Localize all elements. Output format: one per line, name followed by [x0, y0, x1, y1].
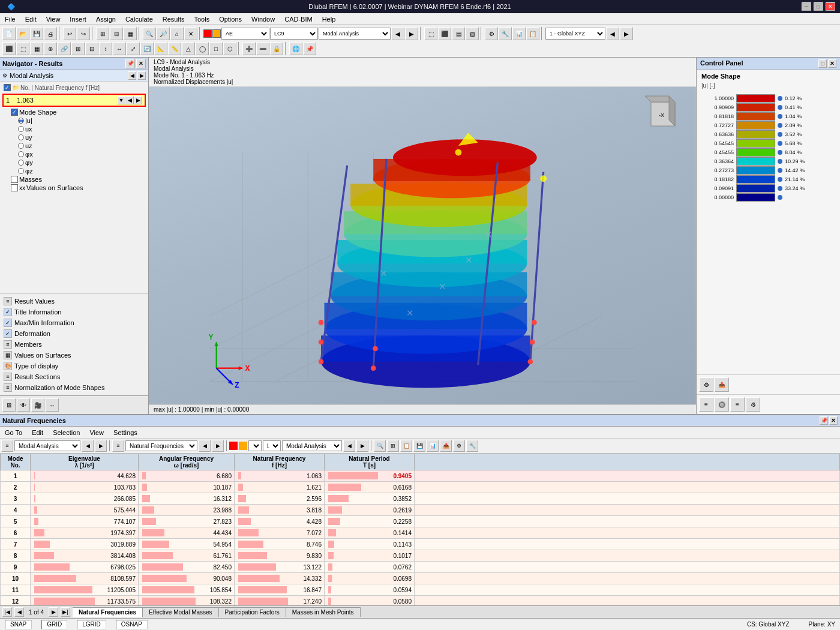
nav-next-button[interactable]: ▶ — [137, 71, 146, 80]
toolbar2-btn2[interactable]: ⬚ — [16, 42, 29, 55]
radio-uy[interactable] — [18, 134, 24, 140]
status-osnap[interactable]: OSNAP — [116, 620, 148, 629]
values-checkbox[interactable] — [11, 184, 18, 191]
mode-phix-row[interactable]: φx — [1, 150, 147, 158]
radio-uz[interactable] — [18, 143, 24, 149]
bottom-menu-edit[interactable]: Edit — [27, 428, 48, 437]
toolbar2-btn21[interactable]: 🌐 — [289, 42, 302, 55]
menu-calculate[interactable]: Calculate — [121, 14, 158, 24]
bottom-menu-goto[interactable]: Go To — [0, 428, 27, 437]
cp-tab3[interactable]: ≡ — [730, 397, 745, 412]
table-row[interactable]: 4 575.444 23.988 3.818 0.2619 — [1, 505, 840, 516]
toolbar-new[interactable]: 📄 — [2, 27, 16, 40]
bottom-ae-dropdown[interactable]: AE — [248, 440, 262, 451]
nav-pin-button[interactable]: 📌 — [125, 59, 135, 68]
bottom-result-prev[interactable]: ◀ — [199, 440, 211, 452]
nav-result-sections[interactable]: ≡ Result Sections — [2, 371, 146, 382]
masses-checkbox[interactable] — [11, 176, 18, 183]
page-prev-btn[interactable]: ◀ — [14, 607, 24, 617]
menu-insert[interactable]: Insert — [65, 14, 91, 24]
toolbar-mode3[interactable]: ▤ — [452, 27, 465, 40]
toolbar2-btn10[interactable]: ⤢ — [127, 42, 140, 55]
table-row[interactable]: 9 6798.025 82.450 13.122 0.0762 — [1, 562, 840, 573]
menu-options[interactable]: Options — [214, 14, 247, 24]
radio-phiy[interactable] — [18, 160, 24, 166]
toolbar-next[interactable]: ▶ — [405, 27, 418, 40]
nav-result-values[interactable]: ≡ Result Values — [2, 296, 146, 307]
bottom-tool2[interactable]: ⊞ — [387, 440, 399, 452]
toolbar-more1[interactable]: ⚙ — [485, 27, 498, 40]
bottom-menu-selection[interactable]: Selection — [48, 428, 85, 437]
bottom-modal-next[interactable]: ▶ — [356, 440, 368, 452]
toolbar2-btn12[interactable]: 📐 — [154, 42, 167, 55]
cp-tab1[interactable]: ≡ — [699, 397, 713, 412]
minimize-button[interactable]: ─ — [802, 2, 811, 11]
page-first-btn[interactable]: |◀ — [2, 607, 12, 617]
toolbar-btn2[interactable]: ⊟ — [110, 27, 123, 40]
table-row[interactable]: 2 103.783 10.187 1.621 0.6168 — [1, 482, 840, 493]
toolbar-prev[interactable]: ◀ — [391, 27, 404, 40]
table-row[interactable]: 3 266.085 16.312 2.596 0.3852 — [1, 493, 840, 505]
toolbar-btn6[interactable]: ⌂ — [170, 27, 184, 40]
toolbar2-btn16[interactable]: □ — [209, 42, 223, 55]
cp-tab2[interactable]: 🔘 — [715, 397, 729, 412]
table-row[interactable]: 5 774.107 27.823 4.428 0.2258 — [1, 516, 840, 527]
mode-shape-checkbox[interactable]: ✓ — [11, 109, 18, 116]
bottom-close-btn[interactable]: ✕ — [829, 416, 838, 425]
toolbar-btn1[interactable]: ⊞ — [96, 27, 109, 40]
toolbar2-btn17[interactable]: ⬡ — [223, 42, 236, 55]
toolbar2-btn18[interactable]: ➕ — [242, 42, 256, 55]
toolbar-redo[interactable]: ↪ — [77, 27, 90, 40]
toolbar-mode4[interactable]: ▧ — [466, 27, 479, 40]
toolbar-undo[interactable]: ↩ — [63, 27, 76, 40]
masses-row[interactable]: Masses — [1, 175, 147, 184]
bottom-tool6[interactable]: 📤 — [440, 440, 452, 452]
table-row[interactable]: 6 1974.397 44.434 7.072 0.1414 — [1, 527, 840, 539]
bottom-modal-prev[interactable]: ◀ — [343, 440, 355, 452]
lc-dropdown[interactable]: LC9 — [270, 28, 318, 40]
toolbar2-btn13[interactable]: 📏 — [168, 42, 181, 55]
menu-edit[interactable]: Edit — [20, 14, 41, 24]
toolbar2-btn22[interactable]: 📌 — [303, 42, 316, 55]
toolbar-save[interactable]: 💾 — [30, 27, 43, 40]
table-row[interactable]: 11 11205.005 105.854 16.847 0.0594 — [1, 584, 840, 596]
status-lgrid[interactable]: LGRID — [77, 620, 106, 629]
view-dropdown[interactable]: 1 - Global XYZ — [545, 28, 605, 40]
nav-max-min[interactable]: ✓ Max/Min Information — [2, 317, 146, 328]
tab-participation[interactable]: Participation Factors — [219, 607, 286, 617]
bottom-tool8[interactable]: 🔧 — [466, 440, 478, 452]
mode-phiz-row[interactable]: φz — [1, 167, 147, 175]
menu-view[interactable]: View — [41, 14, 65, 24]
nav-bottom-btn3[interactable]: 🎥 — [31, 398, 44, 412]
radio-u[interactable] — [18, 118, 24, 124]
tab-natural-freq[interactable]: Natural Frequencies — [73, 607, 143, 617]
analysis-dropdown[interactable]: Modal Analysis — [319, 28, 391, 40]
mode-shape-row[interactable]: ✓ Mode Shape — [1, 108, 147, 116]
menu-results[interactable]: Results — [158, 14, 190, 24]
menu-assign[interactable]: Assign — [91, 14, 121, 24]
toolbar-print[interactable]: 🖨 — [44, 27, 57, 40]
status-grid[interactable]: GRID — [41, 620, 67, 629]
bottom-result-next[interactable]: ▶ — [212, 440, 224, 452]
radio-phiz[interactable] — [18, 168, 24, 174]
maximize-button[interactable]: □ — [814, 2, 823, 11]
nav-bottom-btn1[interactable]: 🖥 — [2, 398, 16, 412]
toolbar-more4[interactable]: 📋 — [526, 27, 539, 40]
page-next-btn[interactable]: ▶ — [49, 607, 58, 617]
cp-btn1[interactable]: □ — [818, 59, 827, 68]
toolbar2-btn6[interactable]: ⊞ — [71, 42, 85, 55]
mode-u-row[interactable]: |u| — [1, 116, 147, 125]
menu-tools[interactable]: Tools — [189, 14, 214, 24]
toolbar2-btn15[interactable]: ◯ — [196, 42, 209, 55]
cp-export-btn[interactable]: 📤 — [715, 377, 729, 392]
page-last-btn[interactable]: ▶| — [61, 607, 70, 617]
freq-next-btn[interactable]: ▶ — [134, 96, 142, 104]
toolbar-more2[interactable]: 🔧 — [499, 27, 512, 40]
cp-btn2[interactable]: ✕ — [828, 59, 836, 68]
values-on-surfaces-row[interactable]: xx Values on Surfaces — [1, 184, 147, 192]
bottom-menu-view[interactable]: View — [85, 428, 109, 437]
menu-file[interactable]: File — [0, 14, 20, 24]
toolbar2-btn19[interactable]: ➖ — [256, 42, 269, 55]
toolbar-btn7[interactable]: ✕ — [184, 27, 197, 40]
bottom-next-btn[interactable]: ▶ — [95, 440, 107, 452]
